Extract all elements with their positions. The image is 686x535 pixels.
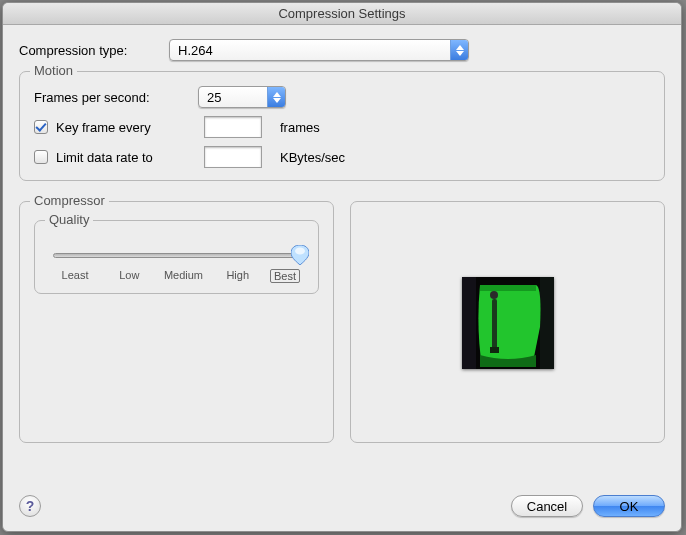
- keyframe-row: Key frame every frames: [34, 116, 650, 138]
- tick-medium: Medium: [161, 269, 205, 283]
- keyframe-unit: frames: [280, 120, 320, 135]
- slider-ticks: Least Low Medium High Best: [53, 269, 300, 283]
- quality-slider[interactable]: Least Low Medium High Best: [53, 247, 300, 281]
- tick-least: Least: [53, 269, 97, 283]
- ok-button[interactable]: OK: [593, 495, 665, 517]
- tick-best: Best: [270, 269, 300, 283]
- svg-rect-7: [540, 277, 554, 369]
- tick-low: Low: [107, 269, 151, 283]
- svg-rect-6: [462, 277, 476, 369]
- svg-marker-1: [456, 51, 464, 56]
- limit-unit: KBytes/sec: [280, 150, 345, 165]
- dialog-content: Compression type: H.264 Motion Frames pe…: [3, 25, 681, 493]
- updown-arrows-icon: [450, 40, 468, 60]
- compression-type-popup[interactable]: H.264: [169, 39, 469, 61]
- svg-marker-0: [456, 45, 464, 50]
- compression-type-label: Compression type:: [19, 43, 169, 58]
- compression-type-row: Compression type: H.264: [19, 39, 665, 61]
- tick-high: High: [216, 269, 260, 283]
- keyframe-checkbox[interactable]: [34, 120, 48, 134]
- fps-row: Frames per second: 25: [34, 86, 650, 108]
- compressor-group: Compressor Quality Least: [19, 201, 334, 443]
- limit-checkbox[interactable]: [34, 150, 48, 164]
- dialog-window: Compression Settings Compression type: H…: [2, 2, 682, 532]
- updown-arrows-icon: [267, 87, 285, 107]
- keyframe-label: Key frame every: [56, 120, 196, 135]
- limit-input[interactable]: [204, 146, 262, 168]
- svg-point-9: [490, 291, 498, 299]
- keyframe-input[interactable]: [204, 116, 262, 138]
- quality-group: Quality Least Low Medium: [34, 220, 319, 294]
- compressor-legend: Compressor: [30, 193, 109, 208]
- limit-label: Limit data rate to: [56, 150, 196, 165]
- compression-type-value: H.264: [170, 43, 450, 58]
- cancel-button[interactable]: Cancel: [511, 495, 583, 517]
- fps-label: Frames per second:: [34, 90, 190, 105]
- motion-group: Motion Frames per second: 25 Key frame e…: [19, 71, 665, 181]
- svg-rect-10: [490, 347, 499, 353]
- svg-rect-8: [492, 299, 497, 349]
- quality-legend: Quality: [45, 212, 93, 227]
- dialog-footer: ? Cancel OK: [3, 493, 681, 531]
- limit-row: Limit data rate to KBytes/sec: [34, 146, 650, 168]
- slider-track: [53, 253, 300, 258]
- preview-thumbnail: [462, 277, 554, 369]
- svg-marker-2: [273, 92, 281, 97]
- preview-group: [350, 201, 665, 443]
- fps-value: 25: [199, 90, 267, 105]
- help-button[interactable]: ?: [19, 495, 41, 517]
- fps-popup[interactable]: 25: [198, 86, 286, 108]
- svg-marker-3: [273, 98, 281, 103]
- svg-point-4: [295, 248, 305, 255]
- slider-thumb[interactable]: [291, 245, 309, 265]
- window-title: Compression Settings: [3, 3, 681, 25]
- motion-legend: Motion: [30, 63, 77, 78]
- lower-columns: Compressor Quality Least: [19, 193, 665, 455]
